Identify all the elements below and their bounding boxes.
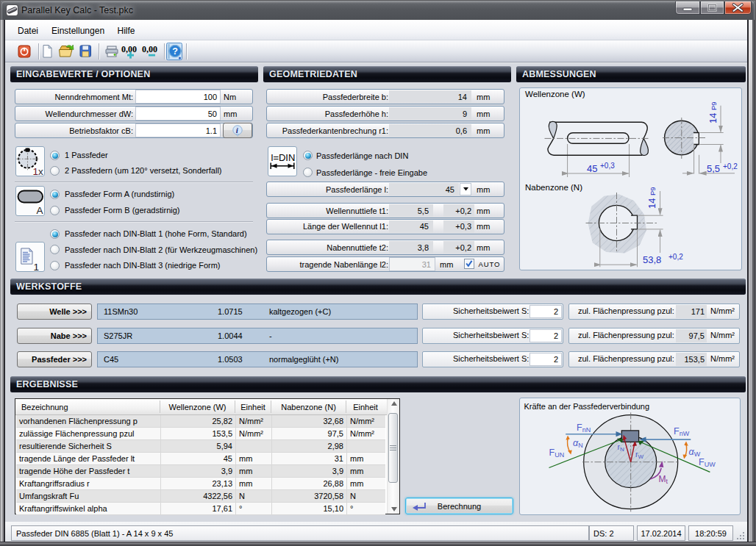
svg-text:αN: αN <box>573 438 583 449</box>
svg-text:53,8: 53,8 <box>643 254 661 265</box>
svg-text:+0,2: +0,2 <box>723 162 738 170</box>
svg-text:5,5: 5,5 <box>707 163 720 174</box>
svg-text:αW: αW <box>689 447 701 458</box>
svg-text:FnW: FnW <box>674 426 690 437</box>
svg-text:P9: P9 <box>649 187 657 195</box>
svg-text:0,00: 0,00 <box>121 44 137 54</box>
svg-text:+0,3: +0,3 <box>600 162 615 170</box>
svg-text:?: ? <box>172 46 178 57</box>
svg-text:+0,2: +0,2 <box>668 253 683 261</box>
svg-text:P9: P9 <box>710 101 718 110</box>
svg-text:FUW: FUW <box>699 457 716 468</box>
svg-text:FnN: FnN <box>577 423 591 434</box>
svg-text:14: 14 <box>707 113 718 123</box>
svg-text:1x: 1x <box>33 166 44 176</box>
svg-text:0,00: 0,00 <box>142 44 157 54</box>
svg-text:A: A <box>37 205 43 215</box>
svg-text:14: 14 <box>646 198 657 209</box>
svg-text:1: 1 <box>34 262 40 271</box>
svg-text:l=DIN: l=DIN <box>271 152 296 163</box>
svg-text:FUN: FUN <box>549 448 565 459</box>
svg-text:45: 45 <box>587 163 597 174</box>
